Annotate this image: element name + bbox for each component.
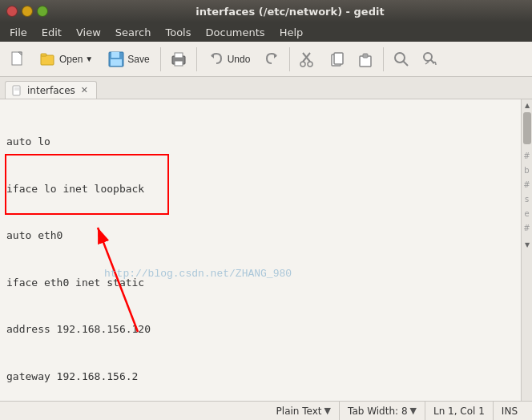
menu-view[interactable]: View (70, 25, 107, 40)
open-label: Open (59, 54, 83, 65)
scrollbar-chars: #b#se# (522, 146, 532, 239)
menu-search[interactable]: Search (109, 25, 158, 40)
svg-rect-25 (13, 86, 20, 95)
print-button[interactable] (166, 46, 191, 72)
file-type-label: Plain Text (276, 406, 322, 417)
svg-rect-3 (41, 54, 46, 56)
svg-rect-8 (175, 53, 183, 58)
separator-4 (383, 47, 384, 71)
menu-edit[interactable]: Edit (35, 25, 68, 40)
open-button[interactable]: Open ▼ (34, 46, 99, 72)
tab-interfaces[interactable]: interfaces ✕ (5, 81, 97, 99)
svg-point-14 (300, 62, 305, 67)
replace-button[interactable] (417, 46, 443, 72)
file-type-dropdown-icon[interactable]: ▼ (324, 406, 331, 416)
file-icon (12, 85, 23, 96)
svg-rect-5 (111, 52, 119, 58)
tab-width-label: Tab Width: 8 (348, 406, 407, 417)
svg-point-15 (308, 62, 312, 67)
maximize-button[interactable] (37, 6, 48, 17)
svg-line-24 (425, 62, 429, 64)
tab-bar: interfaces ✕ (0, 77, 532, 99)
editor-line-3: auto eth0 (6, 228, 514, 244)
undo-button[interactable]: Undo (202, 46, 256, 72)
window-title: interfaces (/etc/network) - gedit (54, 6, 526, 18)
position-section: Ln 1, Col 1 (425, 402, 494, 420)
undo-label: Undo (228, 54, 251, 65)
edit-mode: INS (502, 406, 518, 417)
paste-button[interactable] (353, 46, 378, 72)
minimize-button[interactable] (22, 6, 33, 17)
redo-button[interactable] (259, 46, 284, 72)
print-icon (170, 50, 187, 68)
cut-icon (299, 50, 316, 68)
open-icon (39, 50, 57, 68)
copy-button[interactable] (324, 46, 349, 72)
separator-1 (160, 47, 161, 71)
search-button[interactable] (389, 46, 414, 72)
svg-rect-9 (175, 61, 183, 66)
mode-section: INS (494, 402, 526, 420)
scroll-down-arrow[interactable]: ▼ (522, 239, 532, 250)
close-button[interactable] (6, 6, 18, 17)
cursor-position: Ln 1, Col 1 (433, 406, 485, 417)
separator-2 (196, 47, 197, 71)
file-type-section[interactable]: Plain Text ▼ (268, 402, 340, 420)
vertical-scrollbar[interactable]: ▲ #b#se# ▼ (521, 99, 532, 401)
replace-icon (421, 50, 439, 68)
editor-area[interactable]: auto lo iface lo inet loopback auto eth0… (0, 99, 532, 401)
svg-rect-17 (334, 53, 343, 64)
editor-line-5: address 192.168.156.120 (6, 321, 514, 337)
paste-icon (357, 50, 374, 68)
window-controls (6, 6, 48, 17)
copy-icon (328, 50, 345, 68)
separator-3 (289, 47, 290, 71)
status-bar: Plain Text ▼ Tab Width: 8 ▼ Ln 1, Col 1 … (0, 401, 532, 420)
tab-close-button[interactable]: ✕ (79, 84, 90, 96)
save-button[interactable]: Save (102, 46, 155, 72)
save-icon (107, 50, 125, 68)
editor-line-2: iface lo inet loopback (6, 181, 514, 197)
menu-bar: File Edit View Search Tools Documents He… (0, 22, 532, 42)
tab-width-section[interactable]: Tab Width: 8 ▼ (340, 402, 425, 420)
new-icon (9, 50, 26, 68)
search-icon (393, 50, 410, 68)
menu-help[interactable]: Help (273, 25, 310, 40)
scrollbar-thumb[interactable] (523, 112, 531, 144)
save-label: Save (127, 54, 149, 65)
editor-line-6: gateway 192.168.156.2 (6, 369, 514, 385)
tab-label: interfaces (27, 85, 75, 96)
editor-line-4: iface eth0 inet static (6, 275, 514, 291)
menu-file[interactable]: File (3, 25, 34, 40)
menu-documents[interactable]: Documents (200, 25, 272, 40)
menu-tools[interactable]: Tools (159, 25, 197, 40)
svg-rect-19 (363, 54, 368, 58)
editor-text[interactable]: auto lo iface lo inet loopback auto eth0… (0, 99, 521, 401)
editor-line-1: auto lo (6, 134, 514, 150)
tab-width-dropdown-icon[interactable]: ▼ (410, 406, 417, 416)
svg-rect-6 (111, 59, 122, 66)
redo-icon (263, 50, 280, 68)
cut-button[interactable] (295, 46, 320, 72)
scroll-up-arrow[interactable]: ▲ (522, 99, 532, 111)
svg-line-21 (403, 61, 408, 66)
new-button[interactable] (5, 46, 30, 72)
undo-icon (208, 50, 225, 68)
open-dropdown-icon[interactable]: ▼ (85, 55, 93, 63)
title-bar: interfaces (/etc/network) - gedit (0, 0, 532, 22)
svg-rect-2 (41, 55, 54, 65)
toolbar: Open ▼ Save Undo (0, 42, 532, 77)
